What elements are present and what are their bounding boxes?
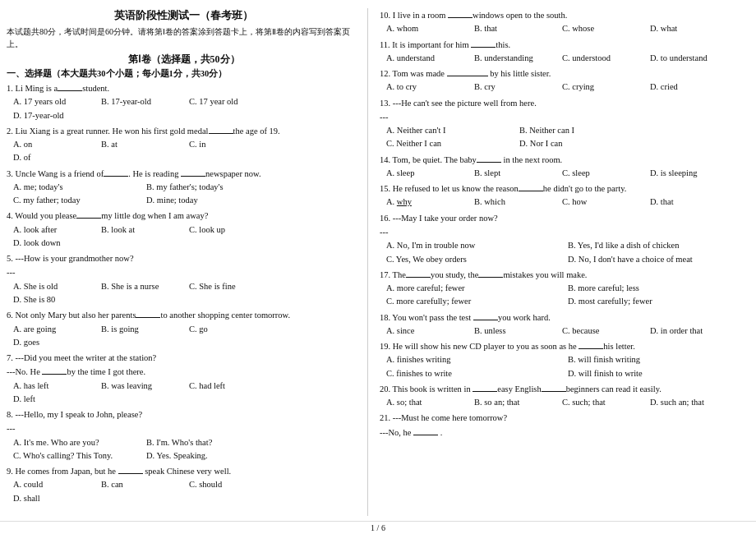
question-20: 20. This book is written in easy English… bbox=[380, 382, 749, 410]
question-11: 11. It is important for him this. A. und… bbox=[380, 38, 749, 66]
question-1: 1. Li Ming is astudent. A. 17 years old … bbox=[7, 81, 361, 122]
instructions: 本试题共80分，考试时间是60分钟。请将第Ⅰ卷的答案涂到答题卡上，将第Ⅱ卷的内容… bbox=[7, 25, 361, 50]
question-15: 15. He refused to let us know the reason… bbox=[380, 182, 749, 209]
options-16: A. No, I'm in trouble now B. Yes, I'd li… bbox=[386, 239, 749, 266]
left-column: 英语阶段性测试一（春考班） 本试题共80分，考试时间是60分钟。请将第Ⅰ卷的答案… bbox=[7, 8, 368, 516]
subsection1-title: 一、选择题（本大题共30个小题；每小题1分，共30分） bbox=[7, 68, 361, 80]
options-17: A. more careful; fewer B. more careful; … bbox=[386, 282, 749, 309]
section1-title: 第Ⅰ卷（选择题，共50分） bbox=[7, 53, 361, 67]
question-10: 10. I live in a room windows open to the… bbox=[380, 8, 749, 36]
right-column: 10. I live in a room windows open to the… bbox=[376, 8, 749, 516]
options-3: A. me; today's B. my father's; today's C… bbox=[13, 181, 361, 208]
page: 英语阶段性测试一（春考班） 本试题共80分，考试时间是60分钟。请将第Ⅰ卷的答案… bbox=[0, 0, 756, 521]
options-6: A. are going B. is going C. go D. goes bbox=[13, 323, 361, 350]
page-title: 英语阶段性测试一（春考班） bbox=[7, 8, 361, 23]
question-18: 18. You won't pass the test you work har… bbox=[380, 311, 749, 338]
page-footer: 1 / 6 bbox=[0, 521, 756, 534]
question-3: 3. Uncle Wang is a friend of. He is read… bbox=[7, 167, 361, 208]
options-4: A. look after B. look at C. look up D. l… bbox=[13, 223, 361, 251]
question-8: 8. ---Hello, my I speak to John, please?… bbox=[7, 407, 361, 463]
options-19: A. finishes writing B. will finish writi… bbox=[386, 353, 749, 380]
question-5: 5. ---How is your grandmother now? --- A… bbox=[7, 251, 361, 306]
question-2: 2. Liu Xiang is a great runner. He won h… bbox=[7, 124, 361, 165]
question-17: 17. Theyou study, themistakes you will m… bbox=[380, 268, 749, 309]
options-10: A. whom B. that C. whose D. what bbox=[386, 22, 749, 35]
options-14: A. sleep B. slept C. sleep D. is sleepin… bbox=[386, 167, 749, 180]
question-16: 16. ---May I take your order now? --- A.… bbox=[380, 211, 749, 266]
options-9: A. could B. can C. should D. shall bbox=[13, 478, 361, 505]
options-1: A. 17 years old B. 17-year-old C. 17 yea… bbox=[13, 95, 361, 122]
question-4: 4. Would you pleasemy little dog when I … bbox=[7, 209, 361, 250]
question-9: 9. He comes from Japan, but he speak Chi… bbox=[7, 464, 361, 505]
options-8: A. It's me. Who are you? B. I'm. Who's t… bbox=[13, 436, 361, 463]
question-19: 19. He will show his new CD player to yo… bbox=[380, 339, 749, 380]
options-5: A. She is old B. She is a nurse C. She i… bbox=[13, 280, 361, 307]
options-18: A. since B. unless C. because D. in orde… bbox=[386, 325, 749, 338]
question-21: 21. ---Must he come here tomorrow? ---No… bbox=[380, 411, 749, 440]
options-20: A. so; that B. so an; that C. such; that… bbox=[386, 396, 749, 409]
question-12: 12. Tom was made by his little sister. A… bbox=[380, 67, 749, 94]
options-7: A. has left B. was leaving C. had left D… bbox=[13, 380, 361, 407]
question-14: 14. Tom, be quiet. The baby in the next … bbox=[380, 153, 749, 181]
question-13: 13. ---He can't see the picture well fro… bbox=[380, 96, 749, 151]
question-7: 7. ---Did you meet the writer at the sta… bbox=[7, 351, 361, 406]
options-15: A. why B. which C. how D. that bbox=[386, 196, 749, 209]
options-13: A. Neither can't I B. Neither can I C. N… bbox=[386, 124, 749, 151]
options-11: A. understand B. understanding C. unders… bbox=[386, 52, 749, 65]
options-2: A. on B. at C. in D. of bbox=[13, 138, 361, 165]
question-6: 6. Not only Mary but also her parentsto … bbox=[7, 308, 361, 349]
options-12: A. to cry B. cry C. crying D. cried bbox=[386, 81, 749, 94]
